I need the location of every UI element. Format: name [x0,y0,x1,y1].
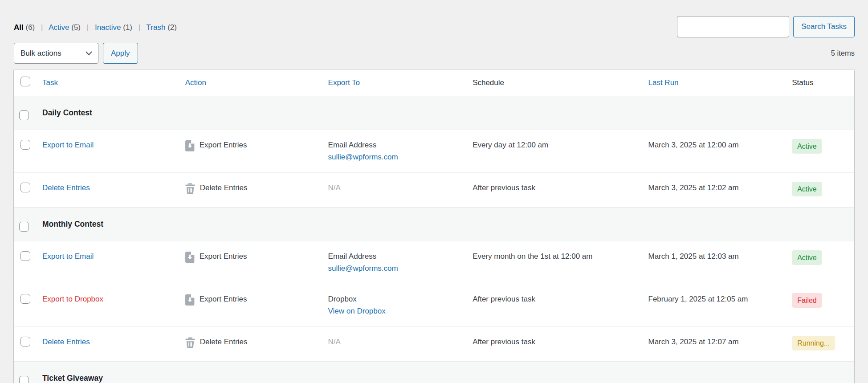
export-to-link[interactable]: sullie@wpforms.com [328,153,398,161]
action-label: Export Entries [200,141,247,150]
column-header-action[interactable]: Action [180,69,323,96]
search-box: Search Tasks [677,16,855,37]
group-checkbox[interactable] [19,222,29,232]
sort-export-to-link[interactable]: Export To [328,78,360,87]
filter-inactive-count: (1) [123,23,132,32]
group-row: Daily Contest [14,96,854,130]
sort-action-link[interactable]: Action [185,78,206,87]
filter-trash[interactable]: Trash (2) [147,23,177,32]
file-export-icon [185,140,195,151]
table-controls: Bulk actions Apply 5 items [14,43,855,64]
group-row: Ticket Giveaway [14,362,854,383]
task-name-link[interactable]: Delete Entries [42,183,90,192]
filter-trash-link[interactable]: Trash [147,23,166,32]
column-header-task[interactable]: Task [37,69,180,96]
table-row: Export to Email Export Entries Email Add… [14,130,854,173]
table-row: Export to Email Export Entries Email Add… [14,241,854,284]
schedule-text: Every day at 12:00 am [467,130,643,173]
status-badge: Failed [792,293,822,308]
action-label: Delete Entries [200,183,248,192]
schedule-text: After previous task [467,327,643,362]
search-input[interactable] [677,16,789,37]
filter-all-label[interactable]: All [14,23,24,32]
apply-button[interactable]: Apply [103,43,138,64]
group-checkbox[interactable] [19,110,29,120]
last-run-text: March 1, 2025 at 12:03 am [643,241,787,284]
export-to-label: N/A [328,338,341,346]
filter-inactive[interactable]: Inactive (1) [95,23,132,32]
column-header-status: Status [786,69,854,96]
column-header-schedule: Schedule [467,69,643,96]
export-to-label: Email Address [328,141,462,150]
group-title: Daily Contest [37,96,854,130]
action-label: Export Entries [200,252,247,261]
row-checkbox[interactable] [20,337,30,346]
filter-active[interactable]: Active (5) [49,23,81,32]
task-name-link[interactable]: Export to Email [42,141,94,149]
task-name-link[interactable]: Export to Email [42,252,94,261]
table-row: Export to Dropbox Export Entries Dropbox… [14,284,854,327]
filter-trash-count: (2) [167,23,177,32]
bulk-actions-selected-value: Bulk actions [20,49,61,58]
chevron-down-icon [86,51,92,56]
file-export-icon [185,294,195,306]
filter-separator: | [87,23,89,32]
last-run-text: March 3, 2025 at 12:00 am [643,130,787,173]
schedule-text: After previous task [467,173,643,208]
action-label: Export Entries [200,295,247,304]
select-all-checkbox[interactable] [20,77,30,86]
task-name-link[interactable]: Delete Entries [42,338,90,346]
table-row: Delete Entries Delete Entries N/A After … [14,327,854,362]
status-badge: Active [792,182,822,196]
group-row: Monthly Contest [14,208,854,241]
status-badge: Running... [792,336,835,350]
filter-all[interactable]: All (6) [14,23,35,32]
table-row: Delete Entries Delete Entries N/A After … [14,173,854,208]
export-to-link[interactable]: sullie@wpforms.com [328,264,398,273]
row-checkbox[interactable] [20,251,30,261]
file-export-icon [185,252,195,263]
last-run-text: February 1, 2025 at 12:05 am [643,284,787,327]
schedule-text: Every month on the 1st at 12:00 am [467,241,643,284]
last-run-text: March 3, 2025 at 12:02 am [643,173,787,208]
bulk-actions-select[interactable]: Bulk actions [14,43,98,64]
export-to-link[interactable]: View on Dropbox [328,307,386,315]
export-to-label: Email Address [328,252,462,261]
filter-active-count: (5) [71,23,81,32]
schedule-text: After previous task [467,284,643,327]
task-name-link[interactable]: Export to Dropbox [42,295,103,303]
row-checkbox[interactable] [20,294,30,304]
last-run-text: March 3, 2025 at 12:07 am [643,327,787,362]
status-badge: Active [792,250,822,265]
column-header-last-run[interactable]: Last Run [643,69,787,96]
row-checkbox[interactable] [20,183,30,192]
filter-separator: | [41,23,43,32]
trash-icon [185,337,195,348]
trash-icon [185,183,195,194]
filter-separator: | [139,23,140,32]
table-header-row: Task Action Export To Schedule Last Run … [14,69,854,96]
status-badge: Active [792,139,822,154]
filter-inactive-link[interactable]: Inactive [95,23,121,32]
search-tasks-button[interactable]: Search Tasks [793,16,855,37]
action-label: Delete Entries [200,338,248,346]
row-checkbox[interactable] [20,140,30,150]
group-checkbox[interactable] [19,376,29,383]
group-title: Monthly Contest [37,208,854,241]
group-title: Ticket Giveaway [37,362,854,383]
export-to-label: Dropbox [328,295,462,304]
items-count: 5 items [831,49,855,57]
filter-active-link[interactable]: Active [49,23,69,32]
column-header-export-to[interactable]: Export To [323,69,468,96]
filter-all-count: (6) [25,23,35,32]
status-filter-bar: All (6) | Active (5) | Inactive (1) | Tr… [14,23,177,32]
export-to-label: N/A [328,183,341,192]
sort-task-link[interactable]: Task [42,78,58,87]
tasks-table: Task Action Export To Schedule Last Run … [13,69,855,383]
sort-last-run-link[interactable]: Last Run [648,78,679,87]
